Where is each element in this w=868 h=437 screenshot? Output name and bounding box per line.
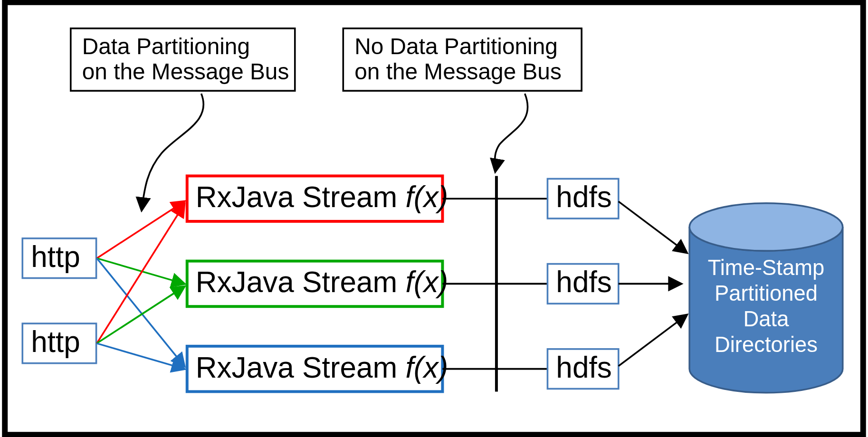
cylinder-icon: Time-Stamp Partitioned Data Directories (689, 203, 843, 393)
cylinder-line4: Directories (715, 332, 818, 357)
hdfs-row1-label: hdfs (556, 180, 611, 213)
rxjava-row1: RxJava Stream f(x) (187, 176, 448, 221)
rxjava-row3: RxJava Stream f(x) (187, 346, 448, 392)
label-right-line1: No Data Partitioning (354, 34, 558, 59)
http-top: http (22, 238, 96, 278)
http-top-label: http (31, 240, 80, 273)
cylinder-line2: Partitioned (715, 281, 818, 305)
label-left-line1: Data Partitioning (82, 34, 250, 59)
rxjava-row3-text: RxJava Stream f(x) (196, 351, 448, 384)
label-right: No Data Partitioning on the Message Bus (343, 28, 582, 91)
hdfs-row3: hdfs (547, 349, 618, 389)
label-left-line2: on the Message Bus (82, 59, 289, 84)
label-right-line2: on the Message Bus (354, 59, 562, 84)
rxjava-row2-text: RxJava Stream f(x) (196, 266, 448, 298)
hdfs-row3-label: hdfs (556, 351, 611, 384)
diagram-canvas: Data Partitioning on the Message Bus No … (0, 0, 868, 437)
http-bottom-label: http (31, 325, 80, 358)
hdfs-row2-label: hdfs (556, 266, 611, 298)
rxjava-row2: RxJava Stream f(x) (187, 261, 448, 307)
rxjava-row1-text: RxJava Stream f(x) (196, 180, 448, 213)
cylinder-line1: Time-Stamp (708, 256, 824, 280)
hdfs-row1: hdfs (547, 179, 618, 218)
label-left: Data Partitioning on the Message Bus (71, 28, 295, 91)
svg-point-10 (689, 203, 843, 251)
hdfs-row2: hdfs (547, 264, 618, 304)
http-bottom: http (22, 323, 96, 363)
cylinder-line3: Data (744, 307, 790, 331)
